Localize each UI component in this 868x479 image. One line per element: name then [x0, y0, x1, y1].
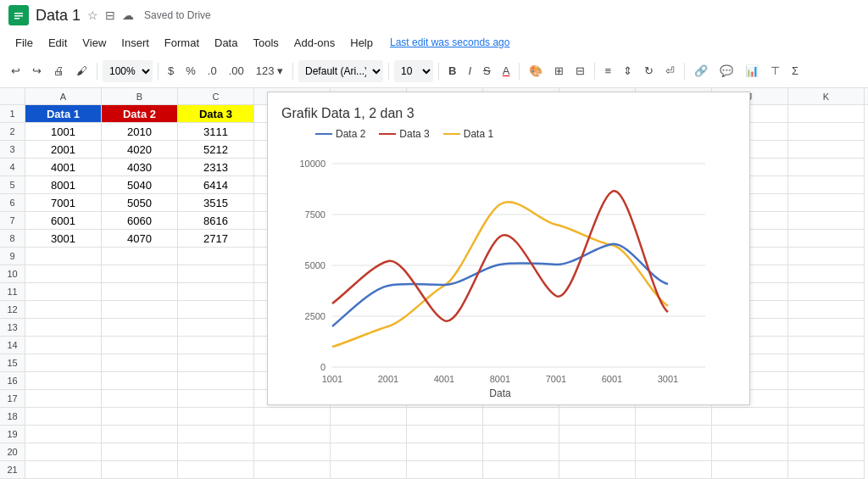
cell-a14[interactable]	[25, 337, 102, 354]
cell-e18[interactable]	[331, 408, 407, 426]
cell-b6[interactable]: 5050	[102, 194, 178, 212]
cell-k8[interactable]	[788, 230, 865, 248]
cell-b8[interactable]: 4070	[102, 230, 178, 248]
cell-c10[interactable]	[178, 265, 254, 283]
menu-format[interactable]: Format	[158, 34, 206, 52]
cell-a6[interactable]: 7001	[25, 194, 102, 212]
cell-b12[interactable]	[102, 301, 178, 319]
cell-a2[interactable]: 1001	[25, 123, 102, 141]
cell-a5[interactable]: 8001	[25, 176, 102, 194]
link-button[interactable]: 🔗	[690, 62, 712, 80]
zoom-select[interactable]: 100%	[103, 60, 153, 82]
cell-b18[interactable]	[102, 408, 178, 426]
cell-g18[interactable]	[483, 408, 559, 426]
cell-c13[interactable]	[178, 319, 254, 337]
filter-button[interactable]: ⊤	[766, 62, 784, 80]
cell-j21[interactable]	[712, 461, 788, 479]
cell-a10[interactable]	[25, 265, 102, 283]
cell-e20[interactable]	[331, 443, 407, 461]
cell-d19[interactable]	[254, 426, 331, 443]
cell-c9[interactable]	[178, 248, 254, 265]
cell-a11[interactable]	[25, 283, 102, 301]
cell-e21[interactable]	[331, 461, 407, 479]
cell-g19[interactable]	[483, 426, 559, 443]
cell-a4[interactable]: 4001	[25, 159, 102, 176]
menu-help[interactable]: Help	[343, 34, 380, 52]
cell-k19[interactable]	[788, 426, 865, 443]
col-header-c[interactable]: C	[178, 88, 254, 104]
cell-h19[interactable]	[559, 426, 636, 443]
cell-a15[interactable]	[25, 354, 102, 372]
cell-k14[interactable]	[788, 337, 865, 354]
cell-a3[interactable]: 2001	[25, 141, 102, 159]
cell-d20[interactable]	[254, 443, 331, 461]
cell-k4[interactable]	[788, 159, 865, 176]
cell-c14[interactable]	[178, 337, 254, 354]
cell-a7[interactable]: 6001	[25, 212, 102, 230]
cell-k1[interactable]	[788, 105, 865, 123]
cell-k7[interactable]	[788, 212, 865, 230]
star-icon[interactable]: ☆	[87, 8, 98, 22]
cell-a18[interactable]	[25, 408, 102, 426]
cell-h20[interactable]	[559, 443, 636, 461]
col-header-b[interactable]: B	[102, 88, 178, 104]
menu-addons[interactable]: Add-ons	[287, 34, 342, 52]
cell-b21[interactable]	[102, 461, 178, 479]
cell-c7[interactable]: 8616	[178, 212, 254, 230]
cell-b9[interactable]	[102, 248, 178, 265]
cell-c4[interactable]: 2313	[178, 159, 254, 176]
cell-k12[interactable]	[788, 301, 865, 319]
cell-e19[interactable]	[331, 426, 407, 443]
cell-c17[interactable]	[178, 390, 254, 408]
cell-b4[interactable]: 4030	[102, 159, 178, 176]
borders-button[interactable]: ⊞	[550, 62, 568, 80]
cell-k2[interactable]	[788, 123, 865, 141]
cell-a20[interactable]	[25, 443, 102, 461]
cell-a1[interactable]: Data 1	[25, 105, 102, 123]
cell-c6[interactable]: 3515	[178, 194, 254, 212]
print-button[interactable]: 🖨	[49, 62, 69, 80]
menu-tools[interactable]: Tools	[246, 34, 285, 52]
cell-c16[interactable]	[178, 372, 254, 390]
cell-j19[interactable]	[712, 426, 788, 443]
cell-a19[interactable]	[25, 426, 102, 443]
cell-d18[interactable]	[254, 408, 331, 426]
fontsize-select[interactable]: 10	[394, 60, 433, 82]
cell-c11[interactable]	[178, 283, 254, 301]
col-header-k[interactable]: K	[788, 88, 865, 104]
cell-f20[interactable]	[407, 443, 483, 461]
cell-a9[interactable]	[25, 248, 102, 265]
cell-b5[interactable]: 5040	[102, 176, 178, 194]
inc-decimals-button[interactable]: .00	[225, 62, 248, 80]
cell-k17[interactable]	[788, 390, 865, 408]
cell-a13[interactable]	[25, 319, 102, 337]
cell-b3[interactable]: 4020	[102, 141, 178, 159]
cell-b2[interactable]: 2010	[102, 123, 178, 141]
cell-j20[interactable]	[712, 443, 788, 461]
cell-k10[interactable]	[788, 265, 865, 283]
menu-data[interactable]: Data	[208, 34, 244, 52]
cell-b16[interactable]	[102, 372, 178, 390]
cell-k18[interactable]	[788, 408, 865, 426]
cell-k5[interactable]	[788, 176, 865, 194]
cell-c1[interactable]: Data 3	[178, 105, 254, 123]
cell-k15[interactable]	[788, 354, 865, 372]
cell-j18[interactable]	[712, 408, 788, 426]
cell-f19[interactable]	[407, 426, 483, 443]
more-formats-button[interactable]: 123 ▾	[252, 62, 287, 80]
text-wrap-button[interactable]: ⏎	[661, 62, 679, 80]
cell-c12[interactable]	[178, 301, 254, 319]
cell-k13[interactable]	[788, 319, 865, 337]
cell-k11[interactable]	[788, 283, 865, 301]
cell-f21[interactable]	[407, 461, 483, 479]
menu-edit[interactable]: Edit	[42, 34, 74, 52]
currency-button[interactable]: $	[164, 62, 178, 80]
dec-decimals-button[interactable]: .0	[203, 62, 221, 80]
folder-icon[interactable]: ⊟	[105, 8, 115, 22]
cell-b17[interactable]	[102, 390, 178, 408]
cell-c15[interactable]	[178, 354, 254, 372]
cell-b11[interactable]	[102, 283, 178, 301]
cell-h18[interactable]	[559, 408, 636, 426]
cell-k20[interactable]	[788, 443, 865, 461]
cell-d21[interactable]	[254, 461, 331, 479]
